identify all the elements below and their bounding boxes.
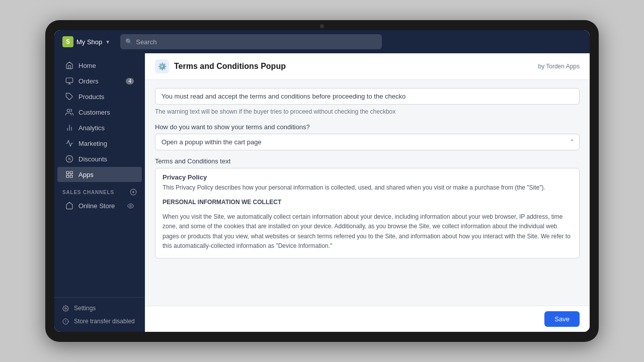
sidebar-bottom: Settings Store transfer disabled [54, 297, 145, 332]
store-transfer-label: Store transfer disabled [74, 318, 135, 325]
add-sales-channel-icon[interactable] [130, 189, 137, 196]
top-nav: S My Shop ▼ 🔍 [54, 30, 590, 53]
sidebar-item-online-store[interactable]: Online Store [57, 198, 142, 213]
info-icon [62, 318, 69, 325]
sidebar-label-home: Home [78, 62, 96, 69]
settings-label: Settings [74, 305, 96, 312]
content-header-left: ⚙️ Terms and Conditions Popup [155, 59, 286, 73]
svg-rect-12 [66, 171, 69, 174]
shop-name: My Shop [76, 38, 102, 46]
sidebar-item-orders[interactable]: Orders 4 [57, 73, 142, 88]
svg-point-10 [68, 158, 69, 158]
save-button[interactable]: Save [544, 311, 580, 327]
sidebar-label-online-store: Online Store [78, 202, 115, 210]
orders-badge: 4 [126, 78, 134, 84]
svg-rect-13 [70, 171, 72, 174]
sidebar-item-products[interactable]: Products [57, 89, 142, 104]
svg-rect-14 [66, 175, 69, 177]
search-icon: 🔍 [125, 38, 133, 45]
sales-channels-section: SALES CHANNELS [54, 183, 145, 198]
store-icon [65, 202, 73, 210]
sidebar-label-discounts: Discounts [78, 155, 107, 163]
sidebar-label-customers: Customers [78, 109, 110, 116]
tablet-camera [320, 24, 324, 28]
home-icon [65, 61, 73, 69]
sidebar-label-analytics: Analytics [78, 124, 105, 132]
sidebar-label-products: Products [78, 93, 104, 101]
chevron-down-icon: ▼ [105, 39, 110, 45]
policy-body: This Privacy Policy describes how your p… [155, 183, 579, 258]
products-icon [65, 93, 73, 101]
tc-label: Terms and Conditions text [155, 157, 580, 165]
svg-rect-15 [70, 175, 72, 177]
sidebar-label-apps: Apps [78, 171, 94, 178]
helper-text: The warning text will be shown if the bu… [155, 108, 580, 116]
sidebar-item-home[interactable]: Home [57, 58, 142, 73]
content-area: ⚙️ Terms and Conditions Popup by Torden … [145, 53, 590, 332]
shopify-icon: S [62, 36, 73, 47]
svg-point-20 [65, 307, 66, 309]
warning-text-input[interactable] [155, 88, 580, 105]
policy-title: Privacy Policy [155, 168, 579, 183]
sidebar-item-marketing[interactable]: Marketing [57, 136, 142, 151]
marketing-icon [65, 139, 73, 147]
analytics-icon [65, 124, 73, 132]
svg-point-4 [67, 109, 69, 112]
sidebar: Home Orders 4 Products [54, 53, 145, 332]
eye-icon [127, 203, 134, 209]
svg-point-19 [130, 205, 131, 206]
shop-logo[interactable]: S My Shop ▼ [62, 36, 110, 47]
show-select[interactable]: Open a popup within the cart page Show i… [155, 134, 580, 150]
content-body: The warning text will be shown if the bu… [145, 80, 590, 306]
sidebar-item-settings[interactable]: Settings [54, 302, 145, 315]
tablet-screen: S My Shop ▼ 🔍 Home [54, 30, 590, 332]
sidebar-item-apps[interactable]: Apps [57, 167, 142, 182]
sidebar-label-orders: Orders [78, 77, 99, 85]
svg-rect-0 [66, 78, 72, 82]
show-label: How do you want to show your terms and c… [155, 123, 580, 131]
orders-icon [65, 77, 73, 85]
customers-icon [65, 108, 73, 116]
by-label: by Torden Apps [538, 63, 580, 70]
svg-point-11 [70, 159, 70, 160]
sales-channels-label: SALES CHANNELS [62, 190, 114, 195]
content-header: ⚙️ Terms and Conditions Popup by Torden … [145, 53, 590, 80]
sidebar-item-discounts[interactable]: Discounts [57, 151, 142, 166]
search-bar: 🔍 [120, 34, 382, 49]
show-select-wrapper: Open a popup within the cart page Show i… [155, 134, 580, 150]
sidebar-item-store-transfer[interactable]: Store transfer disabled [54, 315, 145, 328]
policy-section-title: PERSONAL INFORMATION WE COLLECT [163, 198, 572, 207]
tablet-frame: S My Shop ▼ 🔍 Home [45, 20, 599, 342]
app-icon: ⚙️ [155, 59, 169, 73]
terms-text-container: Privacy Policy This Privacy Policy descr… [155, 168, 580, 258]
main-layout: Home Orders 4 Products [54, 53, 590, 332]
settings-icon [62, 305, 69, 312]
sidebar-item-analytics[interactable]: Analytics [57, 120, 142, 135]
search-input[interactable] [136, 38, 377, 46]
page-title: Terms and Conditions Popup [174, 62, 286, 71]
policy-intro: This Privacy Policy describes how your p… [163, 183, 572, 193]
discounts-icon [65, 155, 73, 163]
sidebar-nav: Home Orders 4 Products [54, 53, 145, 297]
sidebar-item-customers[interactable]: Customers [57, 105, 142, 120]
apps-icon [65, 170, 73, 178]
policy-section-body: When you visit the Site, we automaticall… [163, 212, 572, 251]
sidebar-label-marketing: Marketing [78, 140, 107, 147]
bottom-bar: Save [145, 306, 590, 332]
